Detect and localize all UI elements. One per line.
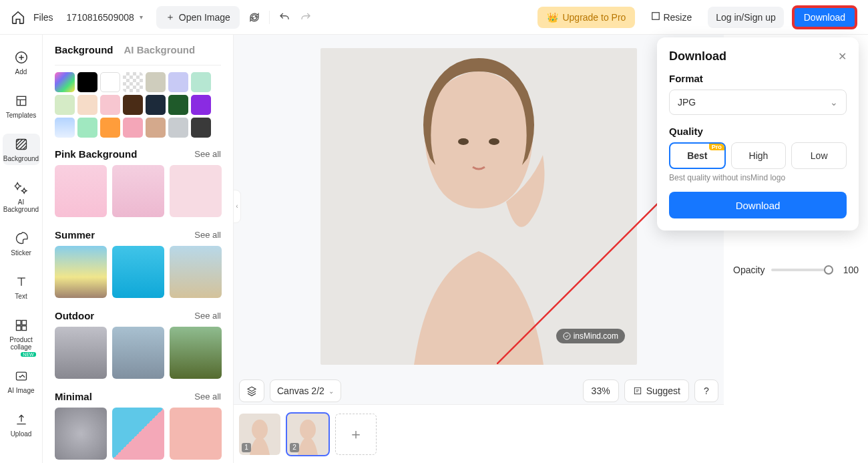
bg-thumbnail[interactable] — [112, 408, 164, 460]
resize-icon — [651, 11, 660, 23]
bg-thumbnail[interactable] — [112, 165, 164, 217]
open-image-button[interactable]: ＋ Open Image — [156, 6, 240, 29]
resize-button[interactable]: Resize — [643, 6, 700, 28]
color-swatch[interactable] — [191, 118, 211, 138]
templates-icon — [13, 93, 29, 109]
bg-thumbnail[interactable] — [112, 327, 164, 379]
opacity-value: 100 — [839, 265, 859, 275]
bg-thumbnail[interactable] — [55, 246, 107, 298]
color-swatch[interactable] — [146, 118, 166, 138]
sync-icon[interactable] — [248, 11, 261, 24]
tab-background[interactable]: Background — [55, 44, 114, 55]
close-icon[interactable]: ✕ — [838, 50, 847, 63]
color-swatch[interactable] — [168, 72, 188, 92]
upgrade-button[interactable]: 👑 Upgrade to Pro — [537, 7, 635, 28]
nav-sticker[interactable]: Sticker — [3, 228, 40, 259]
nav-templates[interactable]: Templates — [3, 90, 40, 122]
color-swatch[interactable] — [55, 118, 75, 138]
zoom-value: 33% — [592, 385, 610, 396]
color-swatch[interactable] — [123, 72, 143, 92]
bg-thumbnail[interactable] — [170, 165, 222, 217]
color-swatch[interactable] — [168, 118, 188, 138]
section-title: Summer — [55, 229, 95, 241]
color-swatch[interactable] — [100, 95, 120, 115]
nav-text[interactable]: Text — [3, 271, 40, 303]
color-swatch[interactable] — [77, 72, 97, 92]
canvas-image[interactable]: insMind.com — [320, 48, 637, 365]
color-swatch[interactable] — [146, 72, 166, 92]
section-head: SummerSee all — [55, 229, 233, 241]
format-value: JPG — [678, 97, 696, 108]
color-swatch[interactable] — [123, 95, 143, 115]
see-all-link[interactable]: See all — [194, 230, 221, 240]
popover-title: Download — [669, 49, 726, 63]
strip-thumb-2[interactable]: 2 — [287, 414, 329, 455]
svg-rect-7 — [21, 326, 26, 331]
quality-low[interactable]: Low — [791, 142, 847, 169]
collage-icon — [13, 317, 29, 333]
color-swatch[interactable] — [55, 72, 75, 92]
file-name-dropdown[interactable]: 1710816509008 ▾ — [61, 9, 148, 25]
bg-thumbnail[interactable] — [170, 246, 222, 298]
zoom-indicator[interactable]: 33% — [583, 379, 619, 402]
bg-thumbnail[interactable] — [170, 327, 222, 379]
color-swatch[interactable] — [100, 118, 120, 138]
redo-icon[interactable] — [299, 11, 312, 24]
suggest-button[interactable]: Suggest — [624, 379, 689, 402]
opacity-slider[interactable] — [771, 269, 832, 271]
color-swatch[interactable] — [168, 95, 188, 115]
login-button[interactable]: Log in/Sign up — [708, 7, 784, 28]
left-nav: Add Templates Background AI Background S… — [0, 35, 43, 463]
see-all-link[interactable]: See all — [194, 392, 221, 402]
canvas-viewport[interactable]: ‹ insMind.com — [234, 35, 724, 377]
color-swatch[interactable] — [191, 72, 211, 92]
bg-thumbnail[interactable] — [170, 408, 222, 460]
tab-ai-background[interactable]: AI Background — [124, 44, 196, 55]
nav-add[interactable]: Add — [3, 47, 40, 78]
color-swatch[interactable] — [191, 95, 211, 115]
nav-ai-background[interactable]: AI Background — [3, 177, 40, 216]
color-swatch[interactable] — [123, 118, 143, 138]
color-swatch[interactable] — [77, 95, 97, 115]
svg-rect-0 — [652, 13, 660, 20]
collapse-handle[interactable]: ‹ — [233, 190, 241, 223]
undo-icon[interactable] — [278, 11, 291, 24]
chevron-down-icon: ⌄ — [329, 388, 334, 395]
nav-background[interactable]: Background — [3, 134, 40, 165]
help-button[interactable]: ? — [694, 379, 718, 402]
bg-thumbnail[interactable] — [55, 327, 107, 379]
pro-badge: Pro — [709, 144, 724, 150]
color-swatch[interactable] — [55, 95, 75, 115]
bg-thumbnail[interactable] — [112, 246, 164, 298]
color-swatch[interactable] — [146, 95, 166, 115]
upload-icon — [13, 412, 29, 428]
quality-hint: Best quality without insMind logo — [669, 173, 847, 182]
download-button[interactable]: Download — [792, 5, 857, 29]
new-badge: NEW — [21, 352, 35, 357]
add-canvas-button[interactable]: ＋ — [335, 414, 377, 455]
color-swatch[interactable] — [100, 72, 120, 92]
files-label[interactable]: Files — [33, 12, 53, 23]
strip-thumb-1[interactable]: 1 — [239, 414, 280, 455]
opacity-knob[interactable] — [824, 265, 833, 275]
popover-download-button[interactable]: Download — [669, 192, 847, 218]
layers-button[interactable] — [239, 379, 264, 402]
open-image-label: Open Image — [179, 12, 230, 23]
nav-upload[interactable]: Upload — [3, 409, 40, 440]
nav-collage-label: Product collage — [3, 336, 40, 351]
format-select[interactable]: JPG ⌄ — [669, 90, 847, 115]
section-title: Minimal — [55, 391, 92, 402]
color-swatch[interactable] — [77, 118, 97, 138]
nav-background-label: Background — [3, 155, 39, 162]
bg-thumbnail[interactable] — [55, 165, 107, 217]
quality-high[interactable]: High — [731, 142, 787, 169]
see-all-link[interactable]: See all — [194, 311, 221, 321]
bg-thumbnail[interactable] — [55, 408, 107, 460]
canvas-selector[interactable]: Canvas 2/2 ⌄ — [270, 379, 341, 402]
nav-product-collage[interactable]: Product collage — [3, 315, 40, 353]
chevron-down-icon: ▾ — [140, 13, 143, 21]
quality-best[interactable]: Pro Best — [669, 142, 726, 169]
see-all-link[interactable]: See all — [194, 149, 221, 159]
nav-ai-image[interactable]: NEW AI Image — [3, 365, 40, 397]
home-icon[interactable] — [11, 10, 25, 25]
